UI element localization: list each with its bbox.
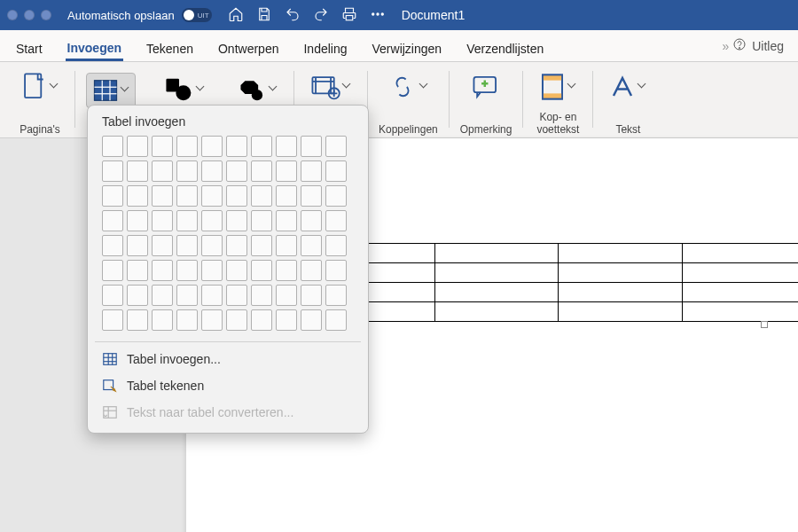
grid-cell[interactable]: [127, 260, 148, 281]
print-icon[interactable]: [341, 6, 357, 25]
grid-cell[interactable]: [102, 136, 123, 157]
grid-cell[interactable]: [226, 136, 247, 157]
headerfooter-button[interactable]: [534, 69, 582, 105]
shapes-button[interactable]: [159, 73, 210, 106]
table-size-grid[interactable]: [102, 136, 354, 331]
grid-cell[interactable]: [251, 210, 272, 231]
grid-cell[interactable]: [152, 235, 173, 256]
autosave-toggle[interactable]: Automatisch opslaan UIT: [67, 8, 212, 22]
grid-cell[interactable]: [325, 235, 347, 256]
grid-cell[interactable]: [201, 136, 223, 157]
grid-cell[interactable]: [127, 210, 148, 231]
grid-cell[interactable]: [276, 185, 297, 207]
grid-cell[interactable]: [325, 136, 347, 157]
grid-cell[interactable]: [276, 235, 297, 256]
grid-cell[interactable]: [127, 309, 148, 331]
tab-start[interactable]: Start: [14, 42, 44, 61]
grid-cell[interactable]: [201, 235, 223, 256]
grid-cell[interactable]: [251, 160, 272, 182]
save-icon[interactable]: [256, 6, 272, 25]
grid-cell[interactable]: [127, 160, 148, 182]
menu-insert-table[interactable]: Tabel invoegen...: [88, 346, 368, 372]
menu-draw-table[interactable]: Tabel tekenen: [88, 372, 368, 399]
close-window-button[interactable]: [7, 10, 18, 20]
grid-cell[interactable]: [176, 285, 198, 306]
grid-cell[interactable]: [325, 185, 347, 207]
grid-cell[interactable]: [251, 309, 272, 331]
grid-cell[interactable]: [152, 185, 173, 207]
autosave-switch[interactable]: UIT: [182, 8, 212, 22]
grid-cell[interactable]: [276, 285, 297, 306]
grid-cell[interactable]: [152, 285, 173, 306]
grid-cell[interactable]: [201, 210, 223, 231]
undo-icon[interactable]: [285, 6, 301, 25]
icons-button[interactable]: [233, 73, 283, 106]
grid-cell[interactable]: [102, 309, 123, 331]
grid-cell[interactable]: [102, 210, 123, 231]
grid-cell[interactable]: [152, 160, 173, 182]
grid-cell[interactable]: [226, 309, 247, 331]
grid-cell[interactable]: [152, 210, 173, 231]
grid-cell[interactable]: [201, 160, 223, 182]
grid-cell[interactable]: [276, 309, 297, 331]
grid-cell[interactable]: [201, 285, 223, 306]
maximize-window-button[interactable]: [41, 10, 51, 20]
grid-cell[interactable]: [176, 185, 198, 207]
more-icon[interactable]: [370, 6, 386, 25]
grid-cell[interactable]: [226, 235, 247, 256]
home-icon[interactable]: [228, 6, 244, 25]
text-button[interactable]: [604, 70, 652, 104]
grid-cell[interactable]: [102, 160, 123, 182]
grid-cell[interactable]: [276, 260, 297, 281]
grid-cell[interactable]: [226, 185, 247, 207]
table-resize-handle[interactable]: [761, 321, 768, 328]
grid-cell[interactable]: [251, 185, 272, 207]
grid-cell[interactable]: [226, 285, 247, 306]
links-button[interactable]: [382, 72, 434, 102]
grid-cell[interactable]: [152, 309, 173, 331]
grid-cell[interactable]: [102, 235, 123, 256]
grid-cell[interactable]: [176, 260, 198, 281]
grid-cell[interactable]: [152, 136, 173, 157]
grid-cell[interactable]: [152, 260, 173, 281]
comment-button[interactable]: [466, 71, 505, 103]
grid-cell[interactable]: [176, 136, 198, 157]
tab-verwijzingen[interactable]: Verwijzingen: [371, 42, 444, 61]
grid-cell[interactable]: [102, 260, 123, 281]
grid-cell[interactable]: [226, 210, 247, 231]
grid-cell[interactable]: [325, 309, 347, 331]
grid-cell[interactable]: [276, 136, 297, 157]
grid-cell[interactable]: [301, 235, 322, 256]
grid-cell[interactable]: [276, 210, 297, 231]
minimize-window-button[interactable]: [24, 10, 35, 20]
grid-cell[interactable]: [301, 285, 322, 306]
redo-icon[interactable]: [313, 6, 329, 25]
tab-indeling[interactable]: Indeling: [301, 42, 348, 61]
help-label[interactable]: Uitleg: [752, 39, 784, 53]
grid-cell[interactable]: [102, 285, 123, 306]
grid-cell[interactable]: [251, 136, 272, 157]
grid-cell[interactable]: [251, 260, 272, 281]
tab-invoegen[interactable]: Invoegen: [66, 41, 123, 61]
tab-ontwerpen[interactable]: Ontwerpen: [216, 42, 280, 61]
tab-verzendlijsten[interactable]: Verzendlijsten: [465, 42, 545, 61]
grid-cell[interactable]: [251, 235, 272, 256]
grid-cell[interactable]: [251, 285, 272, 306]
grid-cell[interactable]: [176, 309, 198, 331]
grid-cell[interactable]: [325, 160, 347, 182]
grid-cell[interactable]: [301, 160, 322, 182]
grid-cell[interactable]: [226, 260, 247, 281]
grid-cell[interactable]: [127, 285, 148, 306]
pages-button[interactable]: [16, 68, 64, 106]
grid-cell[interactable]: [325, 210, 347, 231]
grid-cell[interactable]: [176, 210, 198, 231]
help-icon[interactable]: [732, 37, 747, 54]
tab-tekenen[interactable]: Tekenen: [145, 42, 195, 61]
grid-cell[interactable]: [127, 235, 148, 256]
grid-cell[interactable]: [226, 160, 247, 182]
media-button[interactable]: [305, 70, 356, 104]
grid-cell[interactable]: [325, 285, 347, 306]
grid-cell[interactable]: [201, 309, 223, 331]
grid-cell[interactable]: [127, 185, 148, 207]
grid-cell[interactable]: [325, 260, 347, 281]
